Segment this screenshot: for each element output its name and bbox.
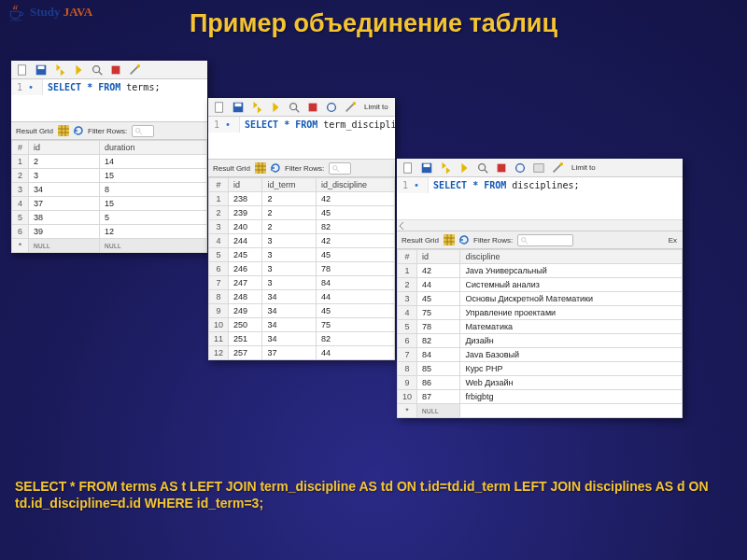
table-cell[interactable]: NULL — [100, 239, 207, 253]
save-icon[interactable] — [35, 63, 48, 77]
table-row[interactable]: 6246378 — [209, 262, 395, 276]
beautify-icon[interactable] — [551, 161, 564, 175]
table-cell[interactable]: 3 — [262, 276, 316, 290]
table-cell[interactable]: Java Универсальный — [460, 264, 683, 278]
filter-rows-input[interactable] — [517, 234, 573, 246]
table-row[interactable]: *NULL — [398, 404, 683, 418]
row-index[interactable]: 3 — [398, 292, 417, 306]
table-cell[interactable]: 38 — [29, 211, 100, 225]
table-cell[interactable]: 44 — [316, 290, 394, 304]
table-row[interactable]: 5385 — [12, 211, 207, 225]
row-index[interactable]: 3 — [209, 220, 229, 234]
table-row[interactable]: 2315 — [12, 169, 207, 183]
table-cell[interactable]: 15 — [100, 197, 207, 211]
result-table-terms[interactable]: #idduration 12142315334843715538563912*N… — [11, 140, 207, 253]
row-index[interactable]: 1 — [12, 155, 29, 169]
table-cell[interactable]: 45 — [316, 206, 394, 220]
save-icon[interactable] — [420, 161, 433, 175]
table-cell[interactable]: Java Базовый — [460, 348, 683, 362]
grid-icon[interactable] — [255, 162, 266, 174]
table-row[interactable]: 1214 — [12, 155, 207, 169]
row-index[interactable]: 6 — [12, 225, 29, 239]
table-cell[interactable]: 82 — [316, 332, 394, 346]
row-index[interactable]: 4 — [398, 306, 417, 320]
row-index[interactable]: 6 — [209, 262, 229, 276]
table-row[interactable]: 1087frbigbtg — [398, 390, 683, 404]
table-cell[interactable]: 44 — [417, 278, 460, 292]
table-cell[interactable]: 34 — [29, 183, 100, 197]
table-cell[interactable]: 249 — [229, 304, 262, 318]
table-cell[interactable]: 39 — [29, 225, 100, 239]
table-row[interactable]: 986Web Дизайн — [398, 376, 683, 390]
column-header[interactable]: discipline — [460, 250, 683, 264]
row-index[interactable]: 5 — [398, 320, 417, 334]
table-cell[interactable]: 86 — [417, 376, 460, 390]
column-header[interactable]: duration — [100, 141, 207, 155]
table-cell[interactable]: 3 — [262, 234, 316, 248]
row-index[interactable]: 7 — [209, 276, 229, 290]
table-row[interactable]: *NULLNULL — [12, 239, 207, 253]
table-cell[interactable]: Математика — [460, 320, 683, 334]
table-cell[interactable]: 250 — [229, 318, 262, 332]
new-icon[interactable] — [402, 161, 415, 175]
table-row[interactable]: 112513482 — [209, 332, 395, 346]
column-header[interactable]: # — [209, 178, 229, 192]
table-cell[interactable]: 82 — [316, 220, 394, 234]
commit-icon[interactable] — [514, 161, 527, 175]
table-cell[interactable]: 84 — [316, 276, 394, 290]
refresh-icon[interactable] — [270, 162, 281, 174]
save-icon[interactable] — [232, 101, 245, 114]
table-row[interactable]: 475Управление проектами — [398, 306, 683, 320]
table-row[interactable]: 885Курс PHP — [398, 362, 683, 376]
table-cell[interactable]: 87 — [417, 390, 460, 404]
table-row[interactable]: 3348 — [12, 183, 207, 197]
horizontal-scrollbar[interactable] — [397, 219, 683, 231]
table-cell[interactable]: Основы Дискретной Математики — [460, 292, 683, 306]
table-row[interactable]: 4244342 — [209, 234, 395, 248]
execute-current-icon[interactable] — [72, 63, 85, 77]
table-cell[interactable]: 257 — [229, 346, 262, 360]
table-cell[interactable]: 45 — [417, 292, 460, 306]
row-index[interactable]: 10 — [398, 390, 417, 404]
row-index[interactable]: 4 — [12, 197, 29, 211]
column-header[interactable]: id — [417, 250, 460, 264]
row-index[interactable]: 8 — [209, 290, 229, 304]
row-index[interactable]: 10 — [209, 318, 229, 332]
filter-rows-input[interactable] — [132, 125, 154, 137]
snippets-icon[interactable] — [532, 161, 545, 175]
row-index[interactable]: 7 — [398, 348, 417, 362]
new-icon[interactable] — [213, 101, 226, 114]
table-cell[interactable]: 34 — [262, 332, 316, 346]
table-cell[interactable]: 3 — [262, 248, 316, 262]
table-cell[interactable]: 75 — [417, 306, 460, 320]
table-cell[interactable]: 2 — [262, 220, 316, 234]
table-cell[interactable]: 239 — [229, 206, 262, 220]
table-row[interactable]: 244Системный анализ — [398, 278, 683, 292]
sql-editor[interactable]: 1 • SELECT * FROM disciplines; — [397, 177, 683, 193]
table-cell[interactable] — [460, 404, 683, 418]
table-cell[interactable]: 34 — [262, 318, 316, 332]
stop-icon[interactable] — [306, 101, 319, 114]
table-cell[interactable]: 45 — [316, 248, 394, 262]
explain-icon[interactable] — [476, 161, 489, 175]
table-cell[interactable]: 2 — [262, 206, 316, 220]
stop-icon[interactable] — [495, 161, 508, 175]
table-row[interactable]: 82483444 — [209, 290, 395, 304]
table-cell[interactable]: 44 — [316, 346, 394, 360]
sql-editor[interactable]: 1 • SELECT * FROM term_discipline; — [208, 117, 395, 133]
table-cell[interactable]: 34 — [262, 304, 316, 318]
row-index[interactable]: 5 — [209, 248, 229, 262]
table-row[interactable]: 345Основы Дискретной Математики — [398, 292, 683, 306]
execute-icon[interactable] — [53, 63, 66, 77]
table-cell[interactable]: Дизайн — [460, 334, 683, 348]
column-header[interactable]: id_discipline — [316, 178, 394, 192]
row-index[interactable]: * — [398, 404, 417, 418]
table-cell[interactable]: 37 — [29, 197, 100, 211]
column-header[interactable]: id — [29, 141, 100, 155]
row-index[interactable]: 2 — [209, 206, 229, 220]
explain-icon[interactable] — [288, 101, 301, 114]
new-icon[interactable] — [16, 63, 29, 77]
table-cell[interactable]: 15 — [100, 169, 207, 183]
table-cell[interactable]: 34 — [262, 290, 316, 304]
explain-icon[interactable] — [91, 63, 104, 77]
